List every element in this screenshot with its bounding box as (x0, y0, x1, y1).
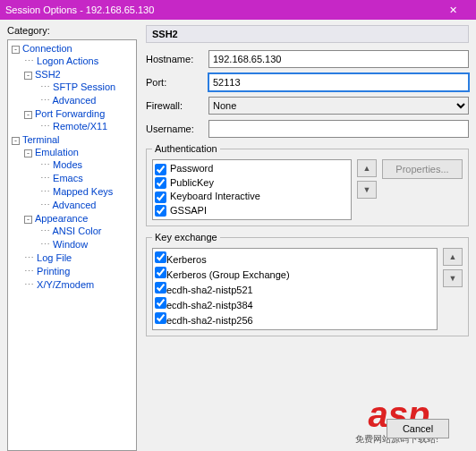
expand-icon[interactable]: - (24, 216, 32, 224)
tree-label[interactable]: Terminal (22, 134, 60, 145)
tree-label[interactable]: Remote/X11 (53, 121, 107, 132)
tree-item[interactable]: -Appearance (8, 212, 136, 225)
tree-item[interactable]: ⋯ Advanced (8, 199, 136, 212)
expand-icon[interactable]: - (12, 46, 20, 54)
hostname-input[interactable] (208, 50, 469, 68)
tree-dots: ⋯ (40, 226, 52, 236)
kex-item[interactable]: ecdh-sha2-nistp521 (155, 281, 435, 296)
auth-checkbox[interactable] (155, 177, 166, 189)
tree-item[interactable]: ⋯ Printing (8, 265, 136, 278)
auth-item[interactable]: Keyboard Interactive (155, 190, 349, 204)
cancel-button[interactable]: Cancel (387, 419, 449, 438)
tree-label[interactable]: Printing (37, 266, 70, 277)
firewall-label: Firewall: (146, 100, 208, 111)
auth-move-up-button[interactable]: ▲ (357, 159, 377, 177)
tree-label[interactable]: Appearance (35, 213, 88, 224)
tree-label[interactable]: Advanced (52, 200, 96, 210)
kex-item[interactable]: ecdh-sha2-nistp384 (155, 296, 435, 311)
hostname-label: Hostname: (146, 54, 208, 64)
tree-item[interactable]: -Terminal (8, 133, 136, 146)
tree-item[interactable]: -Port Forwarding (8, 107, 136, 120)
tree-label[interactable]: Advanced (52, 95, 96, 106)
close-icon[interactable]: ✕ (435, 4, 471, 16)
tree-label[interactable]: Emacs (53, 173, 83, 183)
category-label: Category: (7, 25, 137, 36)
tree-dots: ⋯ (40, 173, 53, 183)
tree-dots: ⋯ (40, 159, 53, 170)
expand-icon[interactable]: - (12, 137, 20, 145)
kex-checkbox[interactable] (155, 297, 166, 309)
port-input[interactable] (208, 73, 469, 91)
tree-item[interactable]: ⋯ Modes (8, 158, 136, 172)
auth-checkbox[interactable] (155, 164, 166, 175)
tree-item[interactable]: ⋯ ANSI Color (8, 225, 136, 238)
port-label: Port: (146, 77, 208, 88)
tree-dots: ⋯ (24, 252, 37, 263)
tree-item[interactable]: -SSH2 (8, 68, 136, 81)
username-input[interactable] (208, 120, 469, 138)
tree-label[interactable]: Modes (53, 159, 82, 170)
tree-dots: ⋯ (24, 279, 37, 290)
auth-legend: Authentication (152, 143, 220, 154)
tree-label[interactable]: SFTP Session (53, 81, 115, 92)
window-title: Session Options - 192.168.65.130 (5, 4, 154, 15)
auth-item[interactable]: GSSAPI (155, 204, 349, 218)
tree-item[interactable]: ⋯ Log File (8, 251, 136, 265)
tree-item[interactable]: ⋯ Advanced (8, 94, 136, 107)
expand-icon[interactable]: - (24, 72, 32, 80)
firewall-select[interactable]: None (208, 97, 469, 115)
authentication-group: Authentication PasswordPublicKeyKeyboard… (146, 143, 469, 226)
tree-dots: ⋯ (24, 55, 37, 66)
properties-button[interactable]: Properties... (382, 159, 463, 179)
tree-item[interactable]: -Connection (8, 42, 136, 55)
kex-checkbox[interactable] (155, 251, 166, 263)
tree-label[interactable]: SSH2 (35, 69, 61, 80)
tree-dots: ⋯ (40, 200, 52, 210)
kex-move-down-button[interactable]: ▼ (443, 269, 463, 287)
expand-icon[interactable]: - (24, 111, 32, 119)
auth-move-down-button[interactable]: ▼ (357, 181, 377, 199)
tree-dots: ⋯ (40, 81, 53, 92)
tree-label[interactable]: ANSI Color (52, 226, 101, 236)
kex-item[interactable]: Kerberos (Group Exchange) (155, 266, 435, 281)
tree-item[interactable]: ⋯ Remote/X11 (8, 120, 136, 133)
tree-dots: ⋯ (40, 95, 52, 106)
auth-item[interactable]: Password (155, 162, 349, 176)
tree-label[interactable]: Log File (37, 252, 72, 263)
auth-checkbox[interactable] (155, 205, 166, 217)
kex-item[interactable]: ecdh-sha2-nistp256 (155, 311, 435, 327)
tree-label[interactable]: Connection (22, 43, 72, 54)
tree-label[interactable]: X/Y/Zmodem (37, 279, 94, 290)
tree-item[interactable]: ⋯ SFTP Session (8, 81, 136, 94)
kex-list[interactable]: KerberosKerberos (Group Exchange)ecdh-sh… (152, 248, 438, 330)
tree-label[interactable]: Window (53, 239, 88, 250)
key-exchange-group: Key exchange KerberosKerberos (Group Exc… (146, 232, 469, 336)
tree-label[interactable]: Port Forwarding (35, 108, 105, 119)
tree-label[interactable]: Logon Actions (37, 55, 98, 66)
section-header: SSH2 (146, 25, 469, 43)
expand-icon[interactable]: - (24, 149, 32, 157)
tree-item[interactable]: ⋯ Window (8, 238, 136, 251)
tree-item[interactable]: ⋯ X/Y/Zmodem (8, 278, 136, 292)
tree-item[interactable]: ⋯ Mapped Keys (8, 185, 136, 199)
tree-dots: ⋯ (40, 121, 53, 132)
username-label: Username: (146, 123, 208, 134)
kex-checkbox[interactable] (155, 312, 166, 324)
kex-move-up-button[interactable]: ▲ (443, 248, 463, 266)
tree-dots: ⋯ (40, 186, 53, 197)
kex-item[interactable]: Kerberos (155, 251, 435, 266)
auth-item[interactable]: PublicKey (155, 176, 349, 191)
kex-checkbox[interactable] (155, 267, 166, 278)
tree-label[interactable]: Emulation (35, 147, 79, 157)
titlebar: Session Options - 192.168.65.130 ✕ (0, 0, 476, 20)
tree-item[interactable]: ⋯ Emacs (8, 172, 136, 185)
auth-list[interactable]: PasswordPublicKeyKeyboard InteractiveGSS… (152, 159, 352, 220)
tree-item[interactable]: ⋯ Logon Actions (8, 55, 136, 68)
tree-dots: ⋯ (40, 239, 53, 250)
category-tree[interactable]: -Connection⋯ Logon Actions-SSH2⋯ SFTP Se… (7, 39, 137, 451)
tree-dots: ⋯ (24, 266, 37, 277)
auth-checkbox[interactable] (155, 191, 166, 203)
tree-label[interactable]: Mapped Keys (53, 186, 113, 197)
kex-checkbox[interactable] (155, 282, 166, 294)
tree-item[interactable]: -Emulation (8, 146, 136, 158)
